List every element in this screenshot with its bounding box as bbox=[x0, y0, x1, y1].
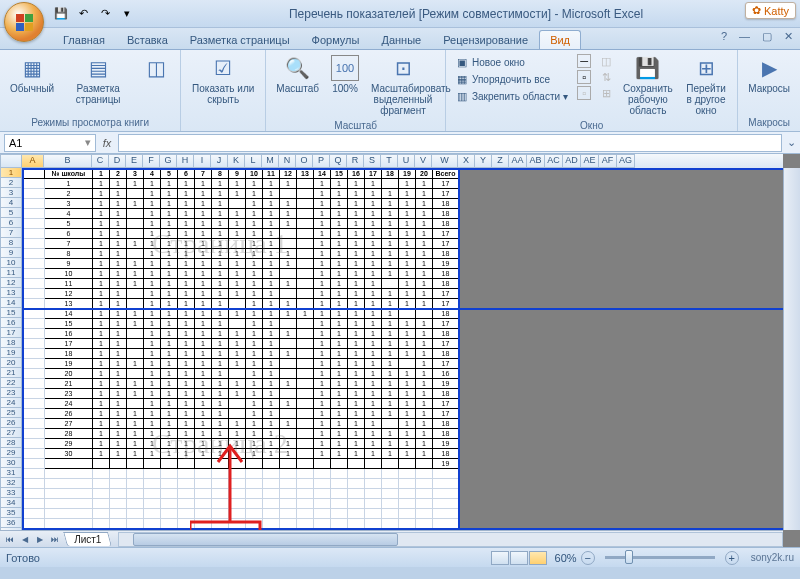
row-header[interactable]: 4 bbox=[0, 198, 22, 208]
column-header[interactable]: Y bbox=[475, 154, 492, 168]
column-header[interactable]: AE bbox=[581, 154, 599, 168]
column-header[interactable]: AG bbox=[617, 154, 635, 168]
select-all-corner[interactable] bbox=[0, 154, 22, 168]
row-header[interactable]: 12 bbox=[0, 278, 22, 288]
row-header[interactable]: 1 bbox=[0, 168, 22, 178]
column-header[interactable]: J bbox=[211, 154, 228, 168]
split-icon[interactable]: ─ bbox=[577, 54, 591, 68]
tab-рецензирование[interactable]: Рецензирование bbox=[432, 30, 539, 49]
zoom-out-icon[interactable]: − bbox=[581, 551, 595, 565]
column-header[interactable]: R bbox=[347, 154, 364, 168]
row-headers[interactable]: 1234567891011121314151617181920212223242… bbox=[0, 168, 22, 530]
row-header[interactable]: 13 bbox=[0, 288, 22, 298]
row-header[interactable]: 9 bbox=[0, 248, 22, 258]
row-header[interactable]: 34 bbox=[0, 498, 22, 508]
macros-button[interactable]: ▶Макросы bbox=[744, 52, 794, 97]
row-header[interactable]: 27 bbox=[0, 428, 22, 438]
row-header[interactable]: 6 bbox=[0, 218, 22, 228]
katty-badge[interactable]: ✿ Katty bbox=[745, 2, 796, 19]
close-icon[interactable]: ✕ bbox=[781, 30, 796, 43]
row-header[interactable]: 26 bbox=[0, 418, 22, 428]
column-header[interactable]: T bbox=[381, 154, 398, 168]
row-header[interactable]: 25 bbox=[0, 408, 22, 418]
column-header[interactable]: I bbox=[194, 154, 211, 168]
column-header[interactable]: G bbox=[160, 154, 177, 168]
column-header[interactable]: Q bbox=[330, 154, 347, 168]
horizontal-scrollbar[interactable] bbox=[118, 532, 783, 547]
qat-save-icon[interactable]: 💾 bbox=[52, 5, 70, 23]
qat-undo-icon[interactable]: ↶ bbox=[74, 5, 92, 23]
sync-scroll-icon[interactable]: ⇅ bbox=[599, 70, 613, 84]
name-box[interactable]: A1▾ bbox=[4, 134, 96, 152]
page-layout-button[interactable]: ▤Разметка страницы bbox=[62, 52, 134, 108]
zoom-in-icon[interactable]: + bbox=[725, 551, 739, 565]
tab-nav-prev-icon[interactable]: ◀ bbox=[17, 532, 32, 547]
row-header[interactable]: 7 bbox=[0, 228, 22, 238]
column-header[interactable]: AB bbox=[527, 154, 545, 168]
switch-windows-button[interactable]: ⊞Перейти в другое окно bbox=[681, 52, 732, 119]
column-header[interactable]: N bbox=[279, 154, 296, 168]
page-break-dropdown[interactable]: ◫ bbox=[138, 52, 174, 84]
office-button[interactable] bbox=[4, 2, 44, 42]
column-header[interactable]: AD bbox=[563, 154, 581, 168]
cell-grid[interactable]: № школы1234567891011121314151617181920Вс… bbox=[22, 168, 783, 530]
reset-pos-icon[interactable]: ⊞ bbox=[599, 86, 613, 100]
tab-вид[interactable]: Вид bbox=[539, 30, 581, 49]
tab-формулы[interactable]: Формулы bbox=[301, 30, 371, 49]
sheet-tab-active[interactable]: Лист1 bbox=[63, 532, 112, 546]
column-header[interactable]: V bbox=[415, 154, 432, 168]
row-header[interactable]: 19 bbox=[0, 348, 22, 358]
row-header[interactable]: 3 bbox=[0, 188, 22, 198]
column-header[interactable]: E bbox=[126, 154, 143, 168]
row-header[interactable]: 10 bbox=[0, 258, 22, 268]
row-header[interactable]: 16 bbox=[0, 318, 22, 328]
row-header[interactable]: 2 bbox=[0, 178, 22, 188]
formula-input[interactable] bbox=[118, 134, 782, 152]
column-header[interactable]: W bbox=[432, 154, 458, 168]
row-header[interactable]: 22 bbox=[0, 378, 22, 388]
column-header[interactable]: AC bbox=[545, 154, 563, 168]
row-header[interactable]: 11 bbox=[0, 268, 22, 278]
column-header[interactable]: P bbox=[313, 154, 330, 168]
column-header[interactable]: C bbox=[92, 154, 109, 168]
row-header[interactable]: 21 bbox=[0, 368, 22, 378]
normal-view-button[interactable]: ▦Обычный bbox=[6, 52, 58, 97]
zoom-selection-button[interactable]: ⊡Масштабировать выделенный фрагмент bbox=[367, 52, 439, 119]
row-header[interactable]: 36 bbox=[0, 518, 22, 528]
column-header[interactable]: S bbox=[364, 154, 381, 168]
row-header[interactable]: 15 bbox=[0, 308, 22, 318]
row-header[interactable]: 35 bbox=[0, 508, 22, 518]
column-header[interactable]: O bbox=[296, 154, 313, 168]
row-header[interactable]: 24 bbox=[0, 398, 22, 408]
column-header[interactable]: X bbox=[458, 154, 475, 168]
row-header[interactable]: 5 bbox=[0, 208, 22, 218]
row-header[interactable]: 29 bbox=[0, 448, 22, 458]
column-header[interactable]: AA bbox=[509, 154, 527, 168]
tab-разметка-страницы[interactable]: Разметка страницы bbox=[179, 30, 301, 49]
row-header[interactable]: 18 bbox=[0, 338, 22, 348]
tab-главная[interactable]: Главная bbox=[52, 30, 116, 49]
hide-icon[interactable]: ▫ bbox=[577, 70, 591, 84]
row-header[interactable]: 23 bbox=[0, 388, 22, 398]
show-hide-button[interactable]: ☑Показать или скрыть bbox=[187, 52, 259, 108]
fx-icon[interactable]: fx bbox=[96, 137, 118, 149]
namebox-dropdown-icon[interactable]: ▾ bbox=[85, 136, 91, 149]
unhide-icon[interactable]: ▫ bbox=[577, 86, 591, 100]
column-headers[interactable]: ABCDEFGHIJKLMNOPQRSTUVWXYZAAABACADAEAFAG bbox=[0, 154, 783, 168]
row-header[interactable]: 8 bbox=[0, 238, 22, 248]
freeze-panes-button[interactable]: ▥Закрепить области ▾ bbox=[452, 88, 571, 104]
column-header[interactable]: M bbox=[262, 154, 279, 168]
column-header[interactable]: L bbox=[245, 154, 262, 168]
row-header[interactable]: 17 bbox=[0, 328, 22, 338]
column-header[interactable]: K bbox=[228, 154, 245, 168]
column-header[interactable]: B bbox=[44, 154, 92, 168]
row-header[interactable]: 20 bbox=[0, 358, 22, 368]
row-header[interactable]: 30 bbox=[0, 458, 22, 468]
formula-expand-icon[interactable]: ⌄ bbox=[782, 136, 800, 149]
tab-данные[interactable]: Данные bbox=[370, 30, 432, 49]
vertical-scrollbar[interactable] bbox=[783, 168, 800, 530]
row-header[interactable]: 14 bbox=[0, 298, 22, 308]
help-icon[interactable]: ? bbox=[718, 30, 730, 43]
restore-icon[interactable]: ▢ bbox=[759, 30, 775, 43]
qat-customize-icon[interactable]: ▾ bbox=[118, 5, 136, 23]
